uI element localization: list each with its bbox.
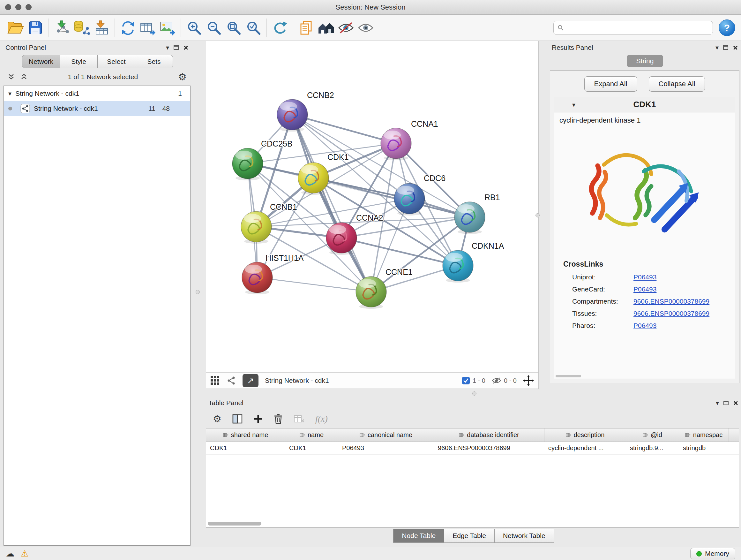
tab-select[interactable]: Select: [97, 55, 135, 68]
table-cell[interactable]: CDK1: [206, 442, 285, 454]
table-cell[interactable]: 9606.ENSP00000378699: [434, 442, 544, 454]
search-field[interactable]: [553, 21, 713, 35]
hide-details-button[interactable]: [336, 17, 356, 38]
zoom-fit-button[interactable]: [224, 17, 244, 38]
birds-eye-grid-icon[interactable]: [211, 376, 220, 385]
open-in-browser-button[interactable]: ↗: [243, 374, 259, 387]
network-node[interactable]: [381, 128, 411, 160]
clone-network-button[interactable]: [118, 17, 138, 38]
network-node[interactable]: [241, 211, 272, 244]
table-row[interactable]: CDK1CDK1P064939606.ENSP00000378699cyclin…: [206, 442, 739, 455]
network-node[interactable]: [242, 262, 273, 294]
network-edge[interactable]: [257, 277, 371, 292]
crosslink-link[interactable]: 9606.ENSP00000378699: [633, 310, 710, 317]
panel-menu-icon[interactable]: ▾: [716, 44, 719, 51]
column-header[interactable]: namespac: [679, 428, 729, 442]
add-column-icon[interactable]: [253, 414, 263, 424]
zoom-selected-button[interactable]: [244, 17, 263, 38]
panel-menu-icon[interactable]: ▾: [716, 399, 719, 407]
search-input[interactable]: [566, 24, 709, 32]
protein-panel-scrollbar[interactable]: [556, 375, 729, 378]
export-image-button[interactable]: [158, 17, 178, 38]
memory-button[interactable]: Memory: [690, 548, 735, 559]
network-node[interactable]: [298, 163, 329, 195]
float-panel-icon[interactable]: [174, 45, 179, 50]
protein-header[interactable]: ▾ CDK1: [554, 97, 735, 112]
network-row[interactable]: String Network - cdk1 11 48: [4, 101, 190, 116]
crosslink-link[interactable]: P06493: [633, 322, 657, 329]
collapse-all-button[interactable]: Collapse All: [649, 76, 705, 91]
float-panel-icon[interactable]: [724, 401, 729, 405]
delete-column-icon[interactable]: [274, 414, 283, 424]
table-settings-gear-icon[interactable]: ⚙: [213, 414, 221, 424]
network-collection-row[interactable]: ▾ String Network - cdk1 1: [4, 86, 190, 101]
network-edge[interactable]: [292, 115, 371, 292]
tab-node-table[interactable]: Node Table: [393, 529, 444, 543]
open-session-button[interactable]: [6, 17, 25, 38]
close-panel-icon[interactable]: [183, 45, 189, 51]
import-network-database-button[interactable]: [72, 17, 91, 38]
table-cell[interactable]: P06493: [338, 442, 434, 454]
horizontal-splitter-handle[interactable]: [472, 391, 476, 395]
gear-icon[interactable]: ⚙: [178, 72, 187, 82]
network-edge[interactable]: [313, 178, 470, 217]
apply-layout-button[interactable]: [270, 17, 290, 38]
vertical-splitter-handle[interactable]: [536, 213, 540, 217]
network-node[interactable]: [455, 202, 485, 234]
collapse-all-icon[interactable]: [7, 73, 15, 80]
network-node[interactable]: [232, 148, 263, 180]
table-cell[interactable]: cyclin-dependent ...: [544, 442, 626, 454]
column-header[interactable]: canonical name: [338, 428, 434, 442]
network-node[interactable]: [356, 276, 387, 309]
zoom-window-button[interactable]: [25, 4, 31, 10]
network-canvas[interactable]: CCNB2CCNA1CDC25BCDK1CDC6RB1CCNB1CCNA2CDK…: [206, 41, 538, 371]
hidden-eye-icon[interactable]: [492, 377, 501, 384]
tree-expand-icon[interactable]: ▾: [8, 90, 11, 98]
crosslink-link[interactable]: 9606.ENSP00000378699: [633, 298, 710, 305]
function-builder-icon[interactable]: f(x): [315, 414, 328, 424]
close-window-button[interactable]: [5, 4, 11, 10]
import-network-file-button[interactable]: [52, 17, 72, 38]
table-scrollbar-thumb[interactable]: [208, 522, 261, 525]
show-columns-icon[interactable]: [232, 414, 243, 424]
minimize-window-button[interactable]: [15, 4, 21, 10]
tab-network[interactable]: Network: [22, 55, 60, 68]
table-cell[interactable]: stringdb:9...: [626, 442, 679, 454]
first-neighbors-button[interactable]: [316, 17, 336, 38]
pan-crosshair-icon[interactable]: [523, 375, 534, 386]
tab-network-table[interactable]: Network Table: [494, 529, 554, 543]
tab-sets[interactable]: Sets: [135, 55, 173, 68]
table-scrollbar[interactable]: [208, 522, 730, 526]
selected-checkbox-icon[interactable]: [462, 376, 470, 385]
cloud-icon[interactable]: ☁: [6, 550, 14, 558]
column-header[interactable]: description: [544, 428, 626, 442]
share-network-icon[interactable]: [226, 376, 236, 385]
copy-document-button[interactable]: [296, 17, 316, 38]
expand-all-icon[interactable]: [20, 73, 28, 80]
close-panel-icon[interactable]: [733, 45, 738, 51]
warning-icon[interactable]: ⚠: [21, 550, 28, 558]
float-panel-icon[interactable]: [723, 45, 728, 50]
show-details-button[interactable]: [356, 17, 376, 38]
column-header[interactable]: @id: [626, 428, 679, 442]
zoom-in-button[interactable]: [184, 17, 204, 38]
column-header[interactable]: name: [285, 428, 338, 442]
table-cell[interactable]: stringdb: [679, 442, 729, 454]
tab-style[interactable]: Style: [60, 55, 98, 68]
string-tab-badge[interactable]: String: [627, 55, 664, 67]
column-header[interactable]: database identifier: [434, 428, 544, 442]
expand-all-button[interactable]: Expand All: [584, 76, 637, 91]
tab-edge-table[interactable]: Edge Table: [444, 529, 495, 543]
close-panel-icon[interactable]: [733, 400, 738, 406]
table-cell[interactable]: CDK1: [285, 442, 338, 454]
crosslink-link[interactable]: P06493: [633, 273, 657, 281]
column-header[interactable]: shared name: [206, 428, 285, 442]
panel-menu-icon[interactable]: ▾: [166, 44, 169, 51]
export-table-button[interactable]: [138, 17, 158, 38]
help-button[interactable]: ?: [719, 19, 735, 36]
vertical-splitter-handle[interactable]: [196, 290, 200, 294]
zoom-out-button[interactable]: [204, 17, 224, 38]
crosslink-link[interactable]: P06493: [633, 286, 657, 293]
network-node[interactable]: [443, 250, 473, 283]
network-node[interactable]: [394, 183, 425, 215]
